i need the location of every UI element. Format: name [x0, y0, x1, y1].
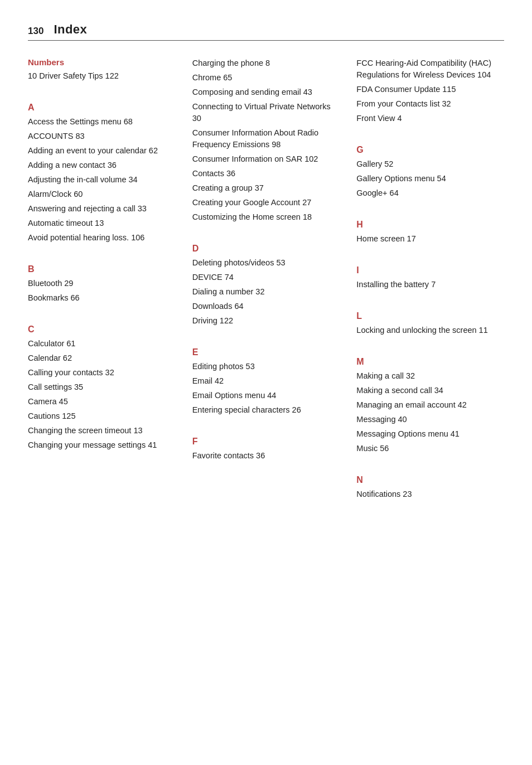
index-entry: Creating a group 37: [192, 182, 340, 194]
index-col-2: Charging the phone 8Chrome 65Composing a…: [192, 57, 357, 503]
index-entry: Adding an event to your calendar 62: [28, 145, 176, 157]
section-letter-c: C: [28, 325, 176, 335]
index-entry: Bluetooth 29: [28, 278, 176, 289]
index-entry: ACCOUNTS 83: [28, 130, 176, 142]
index-entry: Consumer Information on SAR 102: [192, 153, 340, 165]
section-letter-m: M: [356, 357, 504, 367]
index-entry: Avoid potential hearing loss. 106: [28, 232, 176, 244]
section-letter-a: A: [28, 103, 176, 113]
page-title: Index: [54, 22, 87, 37]
index-entry: Adjusting the in-call volume 34: [28, 174, 176, 186]
index-entry: Messaging 40: [356, 414, 504, 425]
index-entry: Automatic timeout 13: [28, 217, 176, 229]
index-entry: Music 56: [356, 443, 504, 454]
index-entry: Composing and sending email 43: [192, 86, 340, 98]
index-entry: Gallery Options menu 54: [356, 173, 504, 185]
index-entry: Entering special characters 26: [192, 404, 340, 416]
index-entry: Bookmarks 66: [28, 292, 176, 304]
index-entry: Answering and rejecting a call 33: [28, 203, 176, 215]
page-header: 130 Index: [28, 22, 504, 41]
section-letter-h: H: [356, 220, 504, 230]
section-letter-g: G: [356, 145, 504, 155]
index-entry: Customizing the Home screen 18: [192, 211, 340, 223]
section-letter-l: L: [356, 311, 504, 321]
index-entry: Notifications 23: [356, 488, 504, 500]
section-letter-n: N: [356, 475, 504, 485]
index-entry: Connecting to Virtual Private Networks 3…: [192, 101, 340, 124]
index-entry: Access the Settings menu 68: [28, 116, 176, 128]
index-entry: Chrome 65: [192, 72, 340, 84]
index-entry: Home screen 17: [356, 233, 504, 245]
index-entry: Making a call 32: [356, 370, 504, 382]
index-entry: Deleting photos/videos 53: [192, 257, 340, 269]
index-entry: Installing the battery 7: [356, 279, 504, 290]
index-entry: FCC Hearing-Aid Compatibility (HAC) Regu…: [356, 57, 504, 81]
section-letter-f: F: [192, 437, 340, 447]
index-entry: Driving 122: [192, 315, 340, 327]
index-entry: Charging the phone 8: [192, 57, 340, 69]
index-entry: Calling your contacts 32: [28, 367, 176, 379]
index-entry: DEVICE 74: [192, 272, 340, 283]
page: 130 Index Numbers10 Driver Safety Tips 1…: [0, 0, 532, 525]
index-entry: Alarm/Clock 60: [28, 188, 176, 200]
index-entry: Downloads 64: [192, 301, 340, 312]
index-entry: Changing your message settings 41: [28, 439, 176, 451]
index-entry: Email 42: [192, 375, 340, 387]
index-columns: Numbers10 Driver Safety Tips 122AAccess …: [28, 57, 504, 503]
section-letter-i: I: [356, 265, 504, 275]
index-entry: Gallery 52: [356, 158, 504, 170]
index-col-3: FCC Hearing-Aid Compatibility (HAC) Regu…: [356, 57, 504, 503]
index-entry: Google+ 64: [356, 187, 504, 199]
index-entry: Call settings 35: [28, 381, 176, 393]
index-entry: Making a second call 34: [356, 385, 504, 396]
index-entry: Email Options menu 44: [192, 390, 340, 401]
index-entry: Favorite contacts 36: [192, 450, 340, 462]
index-entry: Dialing a number 32: [192, 286, 340, 298]
index-entry: Camera 45: [28, 396, 176, 408]
index-entry: Front View 4: [356, 113, 504, 124]
index-entry: Calculator 61: [28, 338, 176, 350]
index-entry: Managing an email account 42: [356, 399, 504, 411]
index-entry: Adding a new contact 36: [28, 159, 176, 171]
section-letter-b: B: [28, 264, 176, 274]
index-entry: Contacts 36: [192, 168, 340, 180]
index-entry: Consumer Information About Radio Frequen…: [192, 127, 340, 151]
index-col-1: Numbers10 Driver Safety Tips 122AAccess …: [28, 57, 192, 503]
index-entry: 10 Driver Safety Tips 122: [28, 70, 176, 82]
section-letter-e: E: [192, 347, 340, 357]
index-entry: Messaging Options menu 41: [356, 428, 504, 440]
index-entry: Calendar 62: [28, 352, 176, 364]
index-entry: Locking and unlocking the screen 11: [356, 325, 504, 336]
index-entry: Cautions 125: [28, 410, 176, 422]
index-entry: Creating your Google Account 27: [192, 197, 340, 209]
section-letter-d: D: [192, 244, 340, 254]
index-entry: Changing the screen timeout 13: [28, 425, 176, 437]
index-entry: Editing photos 53: [192, 361, 340, 372]
section-label-numbers: Numbers: [28, 57, 176, 67]
page-number: 130: [28, 26, 43, 37]
index-entry: FDA Consumer Update 115: [356, 84, 504, 95]
index-entry: From your Contacts list 32: [356, 98, 504, 110]
